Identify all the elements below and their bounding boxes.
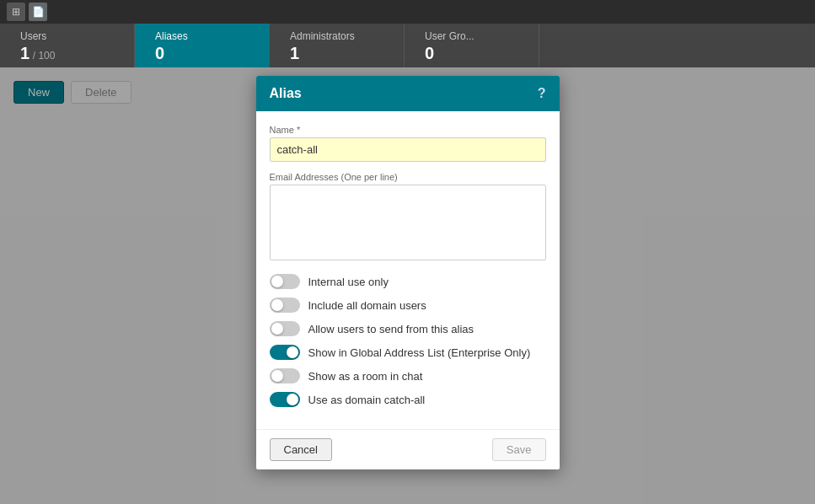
tab-administrators-label: Administrators bbox=[290, 30, 383, 42]
toggle-include-all-domain-switch[interactable] bbox=[270, 298, 300, 313]
name-label: Name * bbox=[270, 125, 546, 135]
tab-aliases-label: Aliases bbox=[155, 30, 249, 42]
toggle-show-room-switch[interactable] bbox=[270, 368, 300, 383]
alias-modal: Alias ? Name * Email Addresses (One per … bbox=[256, 76, 560, 469]
modal-help-button[interactable]: ? bbox=[538, 86, 546, 101]
name-input[interactable] bbox=[270, 137, 546, 162]
tab-usergroups-value: 0 bbox=[425, 44, 434, 62]
tab-usergroups[interactable]: User Gro... 0 bbox=[405, 24, 539, 67]
toggle-use-catchall: Use as domain catch-all bbox=[270, 392, 546, 407]
toggle-use-catchall-label: Use as domain catch-all bbox=[308, 394, 426, 406]
toggle-show-global-label: Show in Global Address List (Enterprise … bbox=[308, 346, 531, 359]
grid-icon[interactable]: ⊞ bbox=[7, 3, 25, 21]
tab-administrators[interactable]: Administrators 1 bbox=[270, 24, 405, 67]
tab-users-total: / 100 bbox=[33, 50, 56, 62]
email-field-group: Email Addresses (One per line) bbox=[270, 172, 546, 264]
modal-body: Name * Email Addresses (One per line) In… bbox=[256, 111, 560, 429]
email-label: Email Addresses (One per line) bbox=[270, 172, 546, 182]
tab-usergroups-label: User Gro... bbox=[425, 30, 518, 42]
toggle-allow-send-switch[interactable] bbox=[270, 321, 300, 336]
toggle-internal-use-switch[interactable] bbox=[270, 274, 300, 289]
toggle-include-all-domain: Include all domain users bbox=[270, 298, 546, 313]
tab-aliases[interactable]: Aliases 0 bbox=[135, 24, 270, 67]
tab-users[interactable]: Users 1 / 100 bbox=[0, 24, 135, 67]
toggle-internal-use: Internal use only bbox=[270, 274, 546, 289]
tab-users-label: Users bbox=[20, 30, 114, 42]
toggle-show-global-switch[interactable] bbox=[270, 345, 300, 360]
top-bar: ⊞ 📄 bbox=[0, 0, 815, 24]
modal-title: Alias bbox=[270, 86, 302, 101]
toggle-show-room-label: Show as a room in chat bbox=[308, 370, 423, 383]
email-textarea[interactable] bbox=[270, 185, 546, 260]
modal-header: Alias ? bbox=[256, 76, 560, 111]
main-content: New Delete Alias ? Name * Email Addresse… bbox=[0, 67, 815, 504]
toggle-use-catchall-switch[interactable] bbox=[270, 392, 300, 407]
cancel-button[interactable]: Cancel bbox=[270, 438, 332, 461]
save-button[interactable]: Save bbox=[492, 438, 546, 461]
toggle-show-global: Show in Global Address List (Enterprise … bbox=[270, 345, 546, 360]
modal-footer: Cancel Save bbox=[256, 429, 560, 469]
toggle-allow-send-label: Allow users to send from this alias bbox=[308, 323, 475, 335]
doc-icon[interactable]: 📄 bbox=[29, 3, 47, 21]
name-field-group: Name * bbox=[270, 125, 546, 162]
toggle-show-room: Show as a room in chat bbox=[270, 368, 546, 383]
tab-aliases-value: 0 bbox=[155, 44, 164, 62]
modal-overlay: Alias ? Name * Email Addresses (One per … bbox=[0, 67, 815, 504]
toggle-include-all-domain-label: Include all domain users bbox=[308, 299, 426, 312]
tab-users-value: 1 bbox=[20, 44, 29, 62]
toggle-internal-use-label: Internal use only bbox=[308, 276, 389, 288]
tab-administrators-value: 1 bbox=[290, 44, 299, 62]
stats-bar: Users 1 / 100 Aliases 0 Administrators 1… bbox=[0, 24, 815, 67]
toggle-allow-send: Allow users to send from this alias bbox=[270, 321, 546, 336]
